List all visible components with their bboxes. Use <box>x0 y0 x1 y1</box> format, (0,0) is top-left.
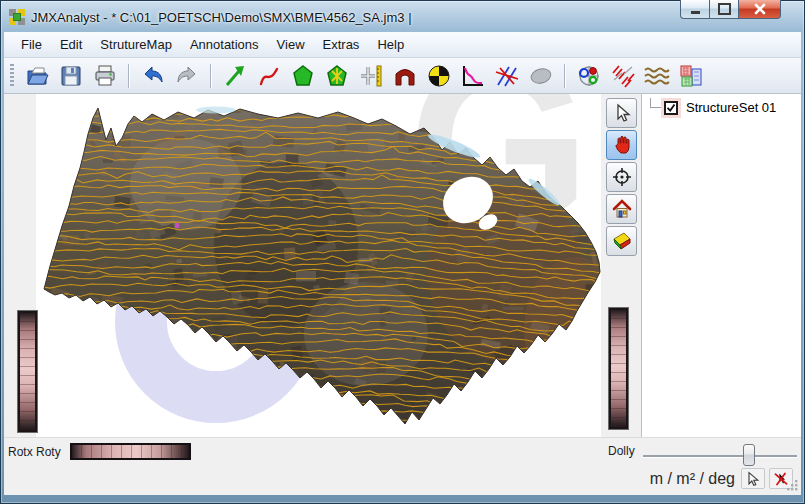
draw-polygon-button[interactable] <box>288 61 318 91</box>
rot-trackbar[interactable] <box>70 443 191 460</box>
blocks-icon <box>678 64 704 88</box>
open-folder-icon <box>25 64 49 88</box>
chart-button[interactable] <box>458 61 488 91</box>
app-logo-icon <box>9 9 25 25</box>
resize-grip[interactable] <box>785 478 799 492</box>
orientation-plane-button[interactable] <box>606 226 637 256</box>
print-button[interactable] <box>90 61 120 91</box>
strike-symbols-icon <box>610 64 636 88</box>
registration-target-button[interactable] <box>424 61 454 91</box>
titlebar: JMXAnalyst - * C:\01_POETSCH\Demo\SMX\BM… <box>0 0 805 32</box>
joint-traces-button[interactable] <box>492 61 522 91</box>
home-icon <box>612 199 632 219</box>
rotx-vertical-slider[interactable] <box>18 311 37 432</box>
polygon-marked-button[interactable] <box>322 61 352 91</box>
measure-ruler-button[interactable] <box>356 61 386 91</box>
dip-plane-icon <box>612 231 632 251</box>
block-model-button[interactable] <box>676 61 706 91</box>
hand-icon <box>612 135 632 155</box>
menu-edit[interactable]: Edit <box>51 34 91 55</box>
polygon-marked-icon <box>325 64 349 88</box>
checkmark-icon <box>666 102 676 113</box>
dolly-thumb[interactable] <box>743 444 755 466</box>
pointer-mode-button[interactable] <box>741 468 765 489</box>
ellipse-icon <box>528 64 554 88</box>
app-window: JMXAnalyst - * C:\01_POETSCH\Demo\SMX\BM… <box>0 0 805 504</box>
contour-waves-button[interactable] <box>642 61 672 91</box>
tree-elbow-connector <box>650 98 661 108</box>
menu-file[interactable]: File <box>12 34 51 55</box>
strike-symbols-button[interactable] <box>608 61 638 91</box>
stereonet-button[interactable] <box>574 61 604 91</box>
menu-annotations[interactable]: Annotations <box>181 34 268 55</box>
structureset-checkbox[interactable] <box>664 101 678 115</box>
menu-help[interactable]: Help <box>368 34 413 55</box>
maximize-icon <box>718 3 731 15</box>
main-area: G <box>4 94 801 437</box>
crosshair-target-icon <box>612 167 632 187</box>
menu-view[interactable]: View <box>268 34 314 55</box>
close-icon <box>754 3 766 15</box>
ellipse-fit-button[interactable] <box>526 61 556 91</box>
save-floppy-icon <box>59 64 83 88</box>
waves-icon <box>643 64 671 88</box>
toolbar-grip[interactable] <box>10 64 14 88</box>
tree-item-structureset[interactable]: StructureSet 01 <box>648 100 776 115</box>
green-arrow-icon <box>223 64 247 88</box>
line-chart-icon <box>461 64 485 88</box>
maximize-button[interactable] <box>709 0 738 19</box>
polygon-icon <box>291 64 315 88</box>
undo-icon <box>140 64 166 88</box>
minimize-button[interactable] <box>680 0 709 19</box>
stereonet-icon <box>576 64 602 88</box>
home-view-button[interactable] <box>606 194 637 224</box>
select-tool-button[interactable] <box>606 98 637 128</box>
center-view-button[interactable] <box>606 162 637 192</box>
window-title: JMXAnalyst - * C:\01_POETSCH\Demo\SMX\BM… <box>31 10 412 25</box>
toolbar-separator <box>210 64 212 88</box>
undo-button[interactable] <box>138 61 168 91</box>
ruler-crosshair-icon <box>359 64 383 88</box>
structureset-label: StructureSet 01 <box>686 100 776 115</box>
menu-extras[interactable]: Extras <box>314 34 369 55</box>
red-trace-icon <box>257 64 281 88</box>
save-button[interactable] <box>56 61 86 91</box>
tunnel-arch-icon <box>393 64 417 88</box>
terrain-model[interactable] <box>36 94 601 437</box>
open-button[interactable] <box>22 61 52 91</box>
redo-icon <box>174 64 200 88</box>
pointer-icon <box>745 471 761 487</box>
crossed-joints-icon <box>494 64 520 88</box>
roty-vertical-slider[interactable] <box>609 308 628 429</box>
dolly-slider[interactable] <box>643 438 799 468</box>
bottom-bar: Rotx Roty Dolly m / m² / deg <box>4 437 801 495</box>
draw-arrow-button[interactable] <box>220 61 250 91</box>
structure-tree-panel: StructureSet 01 <box>641 94 801 437</box>
print-icon <box>93 64 117 88</box>
cursor-icon <box>612 103 632 123</box>
quadrant-target-icon <box>427 64 451 88</box>
pan-tool-button[interactable] <box>606 130 637 160</box>
toolbar <box>4 58 801 94</box>
menubar: File Edit StrutureMap Annotations View E… <box>4 32 801 58</box>
rot-slider-label: Rotx Roty <box>8 445 61 459</box>
selection-marker <box>175 223 179 228</box>
toolbar-separator <box>128 64 130 88</box>
toolbar-separator <box>564 64 566 88</box>
redo-button[interactable] <box>172 61 202 91</box>
units-label: m / m² / deg <box>650 470 735 488</box>
close-button[interactable] <box>738 0 781 19</box>
view-tools <box>606 98 640 256</box>
tunnel-profile-button[interactable] <box>390 61 420 91</box>
trace-line-button[interactable] <box>254 61 284 91</box>
dolly-slider-label: Dolly <box>608 444 635 458</box>
viewport-3d[interactable]: G <box>36 94 601 437</box>
menu-struturemap[interactable]: StrutureMap <box>91 34 181 55</box>
dolly-track <box>643 455 797 458</box>
minimize-icon <box>691 11 700 14</box>
